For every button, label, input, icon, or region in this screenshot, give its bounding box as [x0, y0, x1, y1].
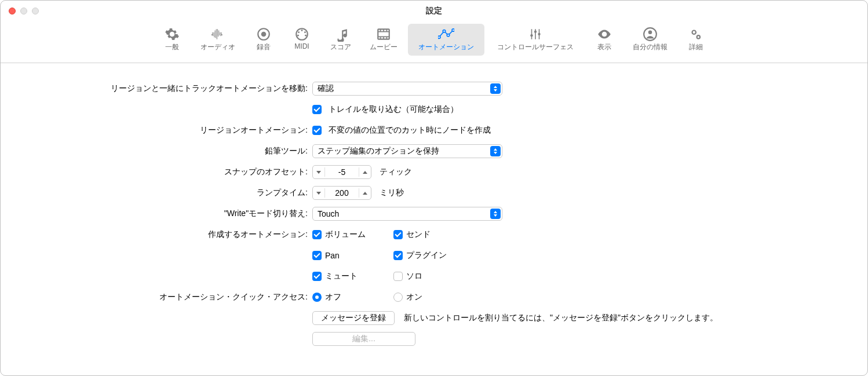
tab-label: 表示: [597, 42, 611, 52]
include-trails-checkbox[interactable]: [312, 105, 322, 114]
maximize-button[interactable]: [32, 8, 39, 14]
tab-label: 一般: [165, 42, 179, 52]
tab-display[interactable]: 表示: [586, 24, 622, 56]
stepper-up-button[interactable]: [359, 166, 371, 178]
select-value: ステップ編集のオプションを保持: [318, 146, 439, 156]
edit-button: 編集...: [312, 332, 415, 346]
tab-label: ムービー: [370, 42, 397, 52]
titlebar: 設定: [1, 1, 867, 21]
tab-label: 録音: [257, 42, 271, 52]
include-trails-label: トレイルを取り込む（可能な場合）: [329, 104, 458, 115]
stepper-up-button[interactable]: [359, 187, 371, 199]
mute-checkbox[interactable]: [312, 272, 322, 281]
register-message-button[interactable]: メッセージを登録: [312, 311, 395, 325]
tab-control-surfaces[interactable]: コントロールサーフェス: [487, 24, 584, 56]
svg-point-3: [301, 30, 303, 31]
quick-access-label: オートメーション・クイック・アクセス:: [24, 292, 312, 302]
select-arrows-icon: [490, 146, 501, 156]
tab-label: オーディオ: [200, 42, 235, 52]
move-automation-select[interactable]: 確認: [312, 82, 502, 96]
music-note-icon: [333, 27, 349, 41]
svg-point-13: [530, 34, 533, 36]
tab-label: スコア: [330, 42, 351, 52]
select-value: 確認: [318, 83, 334, 94]
svg-point-9: [438, 36, 440, 38]
pan-checkbox[interactable]: [312, 251, 322, 260]
tab-my-info[interactable]: 自分の情報: [625, 24, 676, 56]
svg-point-6: [297, 35, 299, 36]
region-automation-label: リージョンオートメーション:: [24, 125, 312, 136]
tab-advanced[interactable]: 詳細: [678, 24, 714, 56]
stepper-down-button[interactable]: [313, 166, 324, 178]
ramp-time-stepper[interactable]: 200: [312, 186, 371, 200]
select-arrows-icon: [490, 83, 501, 94]
plugin-label: プラグイン: [406, 250, 447, 261]
mute-label: ミュート: [325, 271, 358, 282]
svg-point-7: [305, 35, 307, 36]
waveform-icon: [210, 27, 226, 41]
ramp-time-label: ランプタイム:: [24, 188, 312, 198]
tab-general[interactable]: 一般: [154, 24, 190, 56]
midi-icon: [294, 27, 310, 41]
solo-label: ソロ: [406, 271, 422, 282]
svg-point-10: [443, 30, 445, 32]
record-icon: [256, 27, 272, 41]
automation-icon: [438, 27, 454, 41]
quick-access-on-radio[interactable]: [393, 293, 403, 302]
toolbar: 一般 オーディオ 録音 MIDI スコア ムービー オートメーション コントロ: [1, 21, 867, 63]
solo-checkbox[interactable]: [393, 272, 403, 281]
svg-point-12: [452, 29, 454, 31]
film-icon: [375, 27, 392, 41]
minimize-button[interactable]: [20, 8, 27, 14]
tab-label: オートメーション: [418, 42, 474, 52]
preferences-window: 設定 一般 オーディオ 録音 MIDI スコア ムービー オートメーション: [0, 0, 868, 376]
pencil-tool-label: 鉛筆ツール:: [24, 146, 312, 156]
pencil-tool-select[interactable]: ステップ編集のオプションを保持: [312, 144, 502, 158]
volume-label: ボリューム: [325, 229, 366, 240]
quick-access-off-label: オフ: [325, 292, 341, 302]
content-area: リージョンと一緒にトラックオートメーションを移動: 確認 トレイルを取り込む（可…: [1, 63, 867, 369]
stepper-value[interactable]: 200: [324, 188, 359, 198]
svg-point-11: [447, 34, 449, 36]
select-arrows-icon: [490, 209, 501, 219]
region-automation-checkbox-label: 不変の値の位置でのカット時にノードを作成: [329, 125, 491, 136]
svg-point-17: [648, 31, 652, 35]
send-checkbox[interactable]: [393, 230, 403, 239]
create-automation-label: 作成するオートメーション:: [24, 229, 312, 240]
tab-label: 自分の情報: [633, 42, 668, 52]
quick-access-off-radio[interactable]: [312, 293, 322, 302]
select-value: Touch: [318, 209, 339, 218]
tab-movie[interactable]: ムービー: [362, 24, 406, 56]
tab-label: 詳細: [689, 42, 703, 52]
traffic-lights: [9, 8, 39, 14]
send-label: センド: [406, 229, 431, 240]
plugin-checkbox[interactable]: [393, 251, 403, 260]
tab-automation[interactable]: オートメーション: [408, 24, 484, 56]
write-mode-label: "Write"モード切り替え:: [24, 209, 312, 219]
gears-icon: [688, 27, 704, 41]
snap-offset-stepper[interactable]: -5: [312, 165, 371, 179]
svg-point-5: [304, 31, 306, 33]
tab-midi[interactable]: MIDI: [284, 24, 320, 56]
window-title: 設定: [8, 6, 860, 16]
tab-label: コントロールサーフェス: [497, 42, 574, 52]
svg-point-15: [538, 33, 540, 35]
register-hint: 新しいコントロールを割り当てるには、"メッセージを登録"ボタンをクリックします。: [404, 313, 718, 323]
eye-icon: [596, 27, 612, 41]
ramp-time-unit: ミリ秒: [380, 188, 404, 198]
quick-access-on-label: オン: [406, 292, 422, 302]
tab-score[interactable]: スコア: [322, 24, 359, 56]
tab-audio[interactable]: オーディオ: [192, 24, 243, 56]
region-automation-checkbox[interactable]: [312, 126, 322, 135]
snap-offset-label: スナップのオフセット:: [24, 167, 312, 177]
stepper-down-button[interactable]: [313, 187, 324, 199]
svg-point-14: [534, 31, 537, 33]
tab-record[interactable]: 録音: [246, 24, 282, 56]
sliders-icon: [527, 27, 544, 41]
snap-offset-unit: ティック: [380, 167, 412, 177]
stepper-value[interactable]: -5: [324, 167, 359, 177]
volume-checkbox[interactable]: [312, 230, 322, 239]
close-button[interactable]: [9, 8, 16, 14]
write-mode-select[interactable]: Touch: [312, 207, 502, 221]
move-automation-label: リージョンと一緒にトラックオートメーションを移動:: [24, 83, 312, 94]
